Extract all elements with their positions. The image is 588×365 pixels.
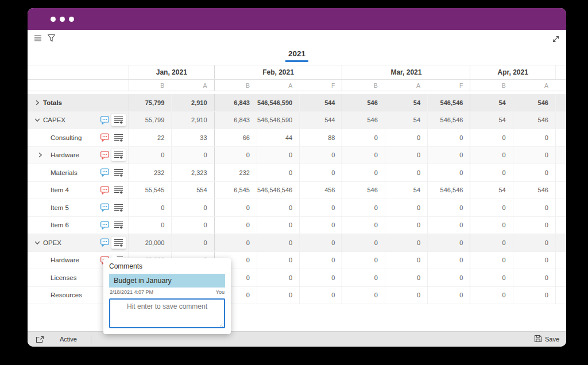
grid-cell[interactable]: 0 — [299, 234, 342, 251]
grid-cell[interactable]: 0 — [470, 147, 512, 164]
grid-cell[interactable]: 0 — [257, 234, 299, 251]
grid-cell[interactable]: 54 — [385, 182, 427, 199]
grid-cell[interactable]: 0 — [427, 147, 470, 164]
grid-cell[interactable]: 546 — [513, 94, 555, 111]
grid-cell[interactable]: 20,000 — [129, 234, 171, 251]
grid-cell[interactable]: 0 — [470, 269, 512, 286]
grid-cell[interactable]: 54 — [385, 94, 427, 111]
comment-list-item[interactable]: Budget in January — [109, 274, 225, 288]
chevron-right-icon[interactable] — [34, 100, 40, 106]
grid-cell[interactable]: 546,546,546 — [257, 182, 299, 199]
grid-cell[interactable]: 0 — [299, 164, 342, 181]
row-label-cell[interactable]: Totals — [28, 94, 129, 111]
comment-bubble-icon[interactable] — [100, 133, 110, 142]
grid-cell[interactable]: 0 — [470, 164, 512, 181]
comment-bubble-icon[interactable] — [100, 203, 110, 212]
row-label-cell[interactable]: Hardware — [28, 147, 129, 164]
grid-cell[interactable]: 0 — [470, 234, 512, 251]
grid-cell[interactable]: 0 — [385, 129, 427, 146]
open-window-icon[interactable] — [36, 336, 44, 343]
grid-cell[interactable]: 0 — [214, 234, 257, 251]
grid-cell[interactable]: 44 — [257, 129, 299, 146]
grid-cell[interactable]: 54 — [385, 112, 427, 129]
grid-cell[interactable]: 0 — [470, 199, 512, 216]
grid-cell[interactable]: 0 — [385, 234, 427, 251]
grid-cell[interactable]: 0 — [171, 199, 214, 216]
row-label-cell[interactable]: Item 5 — [28, 199, 129, 216]
grid-cell[interactable]: 0 — [513, 199, 555, 216]
hamburger-menu-icon[interactable] — [34, 34, 42, 42]
grid-cell[interactable]: 0 — [257, 147, 299, 164]
grid-cell[interactable]: 0 — [171, 217, 214, 234]
grid-cell[interactable]: 544 — [299, 94, 342, 111]
chevron-down-icon[interactable] — [34, 240, 40, 246]
grid-cell[interactable]: 0 — [299, 269, 342, 286]
row-label-cell[interactable]: OPEX — [28, 234, 129, 251]
grid-cell[interactable]: 0 — [214, 147, 257, 164]
add-note-icon[interactable] — [111, 166, 126, 178]
row-label-cell[interactable]: Consulting — [28, 129, 129, 146]
comment-input[interactable] — [109, 298, 225, 328]
grid-cell[interactable]: 6,843 — [214, 94, 257, 111]
add-note-icon[interactable] — [111, 219, 126, 231]
add-note-icon[interactable] — [111, 131, 126, 143]
grid-cell[interactable]: 0 — [171, 147, 214, 164]
grid-cell[interactable]: 546 — [342, 94, 384, 111]
grid-cell[interactable]: 0 — [385, 199, 427, 216]
grid-cell[interactable]: 6,545 — [214, 182, 257, 199]
row-label-cell[interactable]: Item 4 — [28, 182, 129, 199]
grid-cell[interactable]: 0 — [385, 147, 427, 164]
grid-cell[interactable]: 0 — [427, 199, 470, 216]
row-label-cell[interactable]: Materials — [28, 164, 129, 181]
grid-cell[interactable]: 0 — [513, 217, 555, 234]
grid-cell[interactable]: 0 — [513, 164, 555, 181]
grid-cell[interactable]: 0 — [427, 269, 470, 286]
comment-bubble-icon[interactable] — [100, 185, 110, 195]
grid-cell[interactable]: 0 — [513, 234, 555, 251]
grid-cell[interactable]: 0 — [513, 252, 555, 269]
grid-cell[interactable]: 0 — [427, 234, 470, 251]
grid-cell[interactable]: 6,843 — [214, 112, 257, 129]
comment-bubble-icon[interactable] — [100, 168, 110, 177]
grid-cell[interactable]: 33 — [171, 129, 214, 146]
grid-cell[interactable]: 0 — [171, 234, 214, 251]
grid-cell[interactable]: 0 — [214, 199, 257, 216]
grid-cell[interactable]: 0 — [342, 199, 384, 216]
grid-cell[interactable]: 54 — [470, 182, 512, 199]
grid-cell[interactable]: 54 — [470, 94, 512, 111]
grid-cell[interactable]: 0 — [513, 287, 555, 304]
grid-cell[interactable]: 0 — [257, 252, 299, 269]
grid-cell[interactable]: 0 — [427, 217, 470, 234]
grid-cell[interactable]: 55,545 — [129, 182, 171, 199]
grid-cell[interactable]: 0 — [299, 217, 342, 234]
grid-cell[interactable]: 0 — [470, 129, 512, 146]
grid-cell[interactable]: 0 — [427, 164, 470, 181]
grid-cell[interactable]: 0 — [513, 147, 555, 164]
grid-cell[interactable]: 0 — [342, 269, 384, 286]
grid-cell[interactable]: 0 — [470, 252, 512, 269]
grid-cell[interactable]: 232 — [129, 164, 171, 181]
grid-cell[interactable]: 0 — [299, 199, 342, 216]
grid-cell[interactable]: 546,546 — [427, 182, 470, 199]
grid-cell[interactable]: 546 — [342, 112, 384, 129]
grid-cell[interactable]: 0 — [129, 199, 171, 216]
chevron-down-icon[interactable] — [34, 117, 40, 123]
grid-cell[interactable]: 0 — [257, 217, 299, 234]
grid-cell[interactable]: 554 — [171, 182, 214, 199]
grid-cell[interactable]: 0 — [427, 287, 470, 304]
grid-cell[interactable]: 456 — [299, 182, 342, 199]
grid-cell[interactable]: 546 — [513, 112, 555, 129]
add-note-icon[interactable] — [111, 236, 126, 248]
expand-icon[interactable] — [551, 34, 560, 44]
grid-cell[interactable]: 0 — [385, 269, 427, 286]
chevron-right-icon[interactable] — [37, 152, 43, 158]
grid-cell[interactable]: 0 — [385, 252, 427, 269]
add-note-icon[interactable] — [111, 184, 126, 196]
grid-cell[interactable]: 0 — [257, 269, 299, 286]
grid-cell[interactable]: 0 — [257, 287, 299, 304]
grid-cell[interactable]: 546,546 — [427, 112, 470, 129]
grid-cell[interactable]: 546,546 — [427, 94, 470, 111]
grid-cell[interactable]: 0 — [513, 129, 555, 146]
grid-cell[interactable]: 0 — [299, 287, 342, 304]
grid-cell[interactable]: 546,546,590 — [257, 112, 299, 129]
